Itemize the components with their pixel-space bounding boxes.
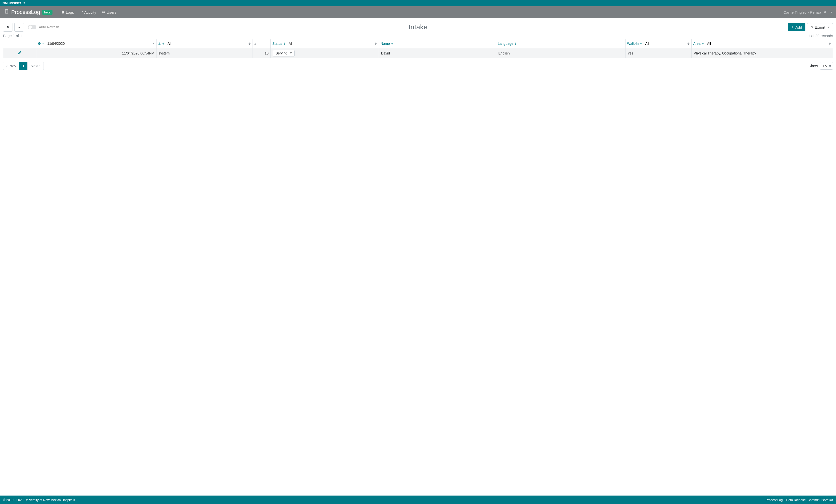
cell-language: English bbox=[496, 48, 626, 58]
col-language-sort[interactable]: Language bbox=[496, 41, 518, 45]
nav-user-menu[interactable]: Carrie Tingley - Rehab bbox=[783, 10, 832, 15]
nav-activity-label: Activity bbox=[84, 10, 96, 15]
record-count: 1 of 29 records bbox=[808, 34, 833, 38]
nav-activity[interactable]: Activity bbox=[77, 9, 99, 16]
chevron-down-icon bbox=[828, 26, 830, 28]
col-name-sort[interactable]: Name bbox=[379, 41, 394, 45]
org-banner: NM HOSPITALS bbox=[0, 0, 836, 6]
org-logo-mark: NM bbox=[2, 1, 8, 5]
show-label: Show bbox=[809, 64, 818, 68]
cell-datetime: 11/04/2020 06:54PM bbox=[36, 48, 156, 58]
cell-user: system bbox=[156, 48, 253, 58]
col-status-sort[interactable]: Status bbox=[271, 41, 287, 45]
status-filter-select[interactable]: All bbox=[287, 39, 379, 48]
gear-icon bbox=[6, 25, 10, 29]
org-logo: NM HOSPITALS bbox=[2, 1, 25, 5]
col-walkin-sort[interactable]: Walk-In bbox=[626, 41, 643, 45]
user-icon bbox=[823, 10, 827, 15]
nav-logs-label: Logs bbox=[66, 10, 74, 15]
clear-date-icon[interactable]: × bbox=[152, 41, 154, 45]
export-label: Export bbox=[815, 25, 825, 30]
auto-refresh-label: Auto Refresh bbox=[39, 25, 59, 29]
user-icon bbox=[158, 42, 161, 45]
auto-refresh-toggle[interactable] bbox=[28, 25, 36, 30]
users-icon bbox=[102, 11, 105, 14]
edit-row-button[interactable] bbox=[18, 52, 22, 56]
brand[interactable]: ProcessLog beta bbox=[4, 9, 53, 16]
status-dropdown[interactable]: Serving bbox=[273, 50, 294, 56]
clipboard-icon bbox=[4, 9, 9, 16]
status-value: Serving bbox=[276, 51, 287, 55]
export-icon bbox=[810, 26, 813, 28]
org-name: HOSPITALS bbox=[9, 2, 25, 5]
col-edit-header bbox=[3, 39, 36, 48]
cell-area: Physical Therapy, Occupational Therapy bbox=[692, 48, 833, 58]
plus-icon bbox=[791, 26, 794, 28]
name-filter-input[interactable] bbox=[394, 39, 496, 48]
cell-walkin: Yes bbox=[626, 48, 692, 58]
page-title: Intake bbox=[408, 23, 428, 31]
pager-prev[interactable]: ‹ Prev bbox=[3, 62, 19, 70]
col-language-label: Language bbox=[498, 41, 513, 45]
add-label: Add bbox=[795, 25, 802, 30]
chart-line-icon bbox=[79, 11, 83, 14]
col-walkin-label: Walk-In bbox=[627, 41, 639, 45]
nav-users[interactable]: Users bbox=[99, 9, 119, 16]
chevron-down-icon bbox=[290, 53, 292, 54]
export-button[interactable]: Export bbox=[807, 23, 833, 31]
clipboard-icon bbox=[61, 11, 64, 14]
settings-button[interactable] bbox=[3, 23, 13, 32]
col-date-sort[interactable] bbox=[36, 42, 45, 45]
col-status-label: Status bbox=[272, 41, 282, 45]
brand-text: ProcessLog bbox=[11, 9, 40, 15]
table-row: 11/04/2020 06:54PM system 10 Serving Dav… bbox=[3, 48, 833, 58]
nav-users-label: Users bbox=[107, 10, 116, 15]
pagination: ‹ Prev 1 Next › bbox=[3, 62, 44, 70]
chart-button[interactable] bbox=[15, 23, 24, 32]
tenant-name: Carrie Tingley - Rehab bbox=[783, 10, 821, 15]
chevron-down-icon bbox=[830, 12, 832, 13]
nav-logs[interactable]: Logs bbox=[58, 9, 77, 16]
add-button[interactable]: Add bbox=[788, 23, 805, 31]
walkin-filter-select[interactable]: All bbox=[643, 39, 691, 48]
user-filter-select[interactable]: All bbox=[166, 39, 252, 48]
col-number-header: # bbox=[253, 41, 258, 45]
cell-name: David bbox=[379, 48, 496, 58]
bar-chart-icon bbox=[17, 25, 21, 29]
page-indicator: Page 1 of 1 bbox=[3, 34, 22, 38]
col-user-sort[interactable] bbox=[156, 42, 166, 45]
clock-icon bbox=[38, 42, 41, 45]
language-filter-input[interactable] bbox=[518, 39, 625, 48]
col-name-label: Name bbox=[380, 41, 390, 45]
edit-icon bbox=[18, 51, 22, 55]
intake-table: × All # bbox=[3, 39, 833, 58]
col-area-sort[interactable]: Area bbox=[692, 41, 705, 45]
toolbar: Auto Refresh Intake Add Export bbox=[0, 18, 836, 33]
area-filter-select[interactable]: All bbox=[705, 39, 833, 48]
beta-badge: beta bbox=[42, 10, 52, 15]
col-area-label: Area bbox=[693, 41, 701, 45]
pager-next[interactable]: Next › bbox=[27, 62, 44, 70]
cell-number: 10 bbox=[252, 48, 271, 58]
page-size-select[interactable]: 15 bbox=[820, 62, 833, 70]
main-nav: ProcessLog beta Logs Activity Users Carr… bbox=[0, 6, 836, 18]
pager-page-1[interactable]: 1 bbox=[19, 62, 27, 70]
date-filter-input[interactable] bbox=[45, 39, 156, 48]
